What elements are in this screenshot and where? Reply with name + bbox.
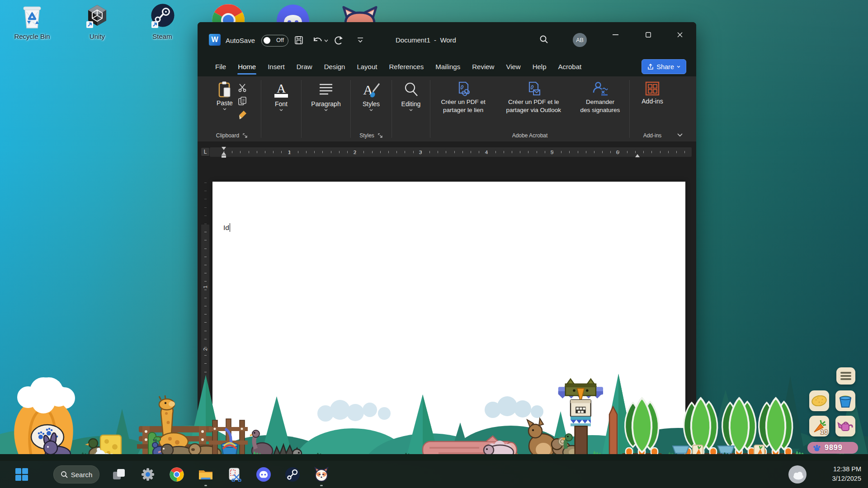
paragraph-icon [318,81,334,99]
chevron-down-icon [369,109,373,111]
acrobat-button-label: partager via Outlook [506,107,561,113]
scene-ground [0,454,868,461]
desktop-icon-fox-partial[interactable] [342,4,378,23]
ruler-number: 3 [419,150,422,155]
addins-group-label: Add-ins [643,132,662,139]
styles-dialog-launcher-icon[interactable] [378,133,383,138]
taskbar-steam[interactable] [284,466,301,483]
taskbar-clock[interactable]: 12:38 PM 3/12/2025 [832,465,861,483]
paste-button[interactable]: Paste [217,81,233,110]
taskbar-discord[interactable] [255,466,272,483]
taskbar: Search [0,460,868,488]
settings-gear-icon [141,467,155,482]
tray-weather[interactable] [788,465,807,484]
format-painter-icon[interactable] [237,110,247,120]
create-pdf-share-link-button[interactable]: Créer un PDF et partager le lien [431,81,495,114]
account-avatar[interactable]: AB [573,33,587,47]
carrot-plant[interactable] [622,398,662,459]
desktop-icon-recycle-bin[interactable]: Recycle Bin [7,3,57,40]
watering-can-button[interactable] [835,416,855,436]
left-indent-marker[interactable] [222,155,226,158]
tab-design[interactable]: Design [318,56,351,76]
search-icon[interactable] [539,35,548,44]
share-button[interactable]: Share [642,59,686,74]
recycle-bin-icon [19,3,45,31]
pdf-email-icon [526,81,541,96]
acrobat-button-label: partager le lien [443,107,483,113]
search-icon [61,471,68,478]
taskbar-chrome[interactable] [169,466,185,483]
watering-can-icon [837,419,854,433]
taskbar-search[interactable]: Search [53,465,99,483]
ruler-number: 1 [203,286,208,288]
hanging-indent-marker[interactable] [222,150,226,155]
addins-button[interactable]: Add-ins [642,81,663,105]
collapse-ribbon-icon[interactable] [677,133,683,137]
taskbar-fox-pet-app[interactable] [313,466,330,483]
pet-menu-button[interactable] [836,367,855,385]
editing-menu-button[interactable]: Editing [401,81,421,111]
tab-mailings[interactable]: Mailings [429,56,466,76]
tab-help[interactable]: Help [527,56,552,76]
word-titlebar[interactable]: W AutoSave Off Document1 - Word [198,22,696,56]
desktop-icon-unity[interactable]: Unity [72,3,122,40]
taskbar-snipping-tool[interactable] [226,466,243,483]
copy-icon[interactable] [237,96,247,106]
carrot-count-badge: 10 [820,428,828,436]
tab-insert[interactable]: Insert [262,56,291,76]
tab-view[interactable]: View [500,56,526,76]
redo-icon[interactable] [333,36,344,46]
tab-file[interactable]: File [209,56,232,76]
font-menu-button[interactable]: A Font [273,81,290,111]
ribbon-tab-bar: File Home Insert Draw Design Layout Refe… [198,56,696,76]
addins-label: Add-ins [642,98,663,105]
styles-menu-button[interactable]: A Styles [361,81,381,111]
taskbar-task-view[interactable] [111,466,127,483]
adobe-acrobat-group: Créer un PDF et partager le lien Créer u… [431,76,628,141]
undo-dropdown-icon[interactable] [324,39,328,42]
paw-points-counter[interactable]: 9899 [807,442,858,454]
create-pdf-share-outlook-button[interactable]: Créer un PDF et le partager via Outlook [497,81,570,114]
desktop-icon-steam[interactable]: Steam [137,3,187,40]
paragraph-menu-button[interactable]: Paragraph [311,81,340,111]
document-text[interactable]: Id [223,223,230,232]
acrobat-group-label: Adobe Acrobat [512,132,548,139]
window-title: Document1 - Word [369,36,482,44]
ruler-number: 2 [203,348,208,351]
paw-icon [813,444,821,451]
pdf-link-icon [456,81,471,96]
start-button[interactable] [14,466,30,483]
paragraph-label: Paragraph [311,100,340,108]
customize-quick-access-icon[interactable] [357,37,364,43]
save-icon[interactable] [294,36,303,45]
minimize-button[interactable] [602,22,628,47]
tab-layout[interactable]: Layout [351,56,383,76]
wooden-stake [609,407,617,459]
tab-acrobat[interactable]: Acrobat [552,56,588,76]
sponge-button[interactable] [809,390,829,411]
carrot-button[interactable]: 10 [809,416,829,436]
right-indent-marker[interactable] [635,152,640,157]
tab-home[interactable]: Home [232,56,262,76]
signature-request-icon [592,81,608,96]
horizontal-ruler[interactable]: 1 2 3 4 5 6 [210,147,692,157]
styles-group-label: Styles [359,132,374,139]
clipboard-dialog-launcher-icon[interactable] [243,133,248,138]
windows-start-icon [15,468,28,481]
tab-stop-selector[interactable]: L [201,148,209,156]
bucket-button[interactable] [835,390,855,411]
close-button[interactable] [667,22,693,47]
cut-icon[interactable] [237,83,247,93]
taskbar-settings[interactable] [140,466,156,483]
share-label: Share [656,63,674,70]
tab-draw[interactable]: Draw [291,56,318,76]
chrome-icon [169,467,184,482]
tab-review[interactable]: Review [466,56,500,76]
acrobat-button-label: des signatures [580,107,620,113]
autosave-toggle[interactable]: Off [261,35,288,47]
maximize-button[interactable] [635,22,661,47]
undo-icon[interactable] [312,36,323,45]
tab-references[interactable]: References [383,56,429,76]
taskbar-file-explorer[interactable] [198,466,214,483]
request-signatures-button[interactable]: Demander des signatures [572,81,628,114]
